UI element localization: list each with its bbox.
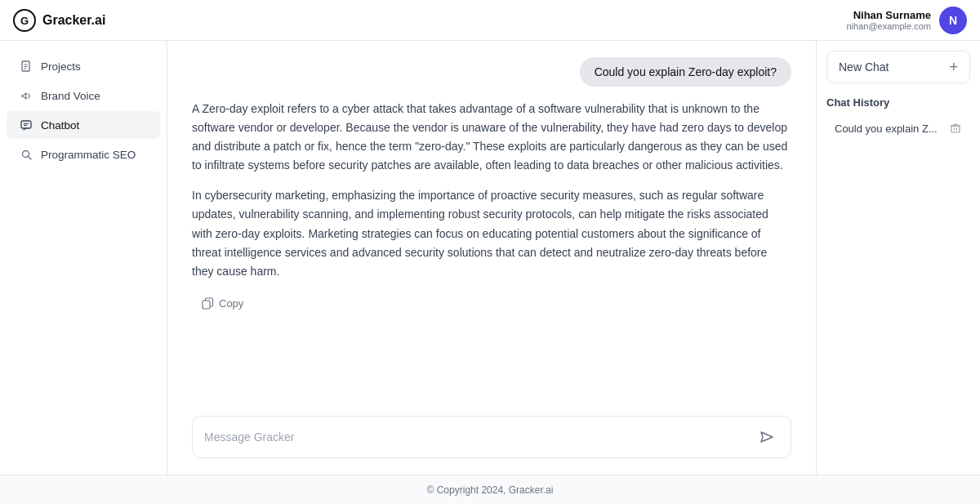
user-area: Nihan Surname nihan@example.com N	[847, 7, 968, 34]
logo-area: G Gracker.ai	[13, 9, 105, 32]
sidebar-label-brand-voice: Brand Voice	[41, 90, 100, 102]
file-icon	[20, 60, 33, 73]
sidebar-label-programmatic-seo: Programmatic SEO	[41, 149, 136, 161]
svg-rect-12	[951, 126, 960, 132]
app-header: G Gracker.ai Nihan Surname nihan@example…	[0, 0, 980, 41]
chat-input-area	[167, 406, 816, 475]
chat-messages: Could you explain Zero-day exploit? A Ze…	[167, 41, 816, 406]
sidebar-item-brand-voice[interactable]: Brand Voice	[7, 82, 160, 109]
user-email: nihan@example.com	[847, 21, 932, 31]
user-info: Nihan Surname nihan@example.com	[847, 9, 932, 31]
footer-copyright: © Copyright 2024, Gracker.ai	[427, 484, 554, 496]
avatar[interactable]: N	[939, 7, 967, 34]
sidebar-item-programmatic-seo[interactable]: Programmatic SEO	[7, 140, 160, 168]
send-button[interactable]	[755, 425, 779, 449]
user-message-bubble: Could you explain Zero-day exploit?	[580, 57, 791, 87]
svg-point-9	[22, 150, 29, 157]
user-name: Nihan Surname	[847, 9, 932, 21]
copy-button[interactable]: Copy	[192, 292, 253, 314]
logo-text: Gracker.ai	[42, 13, 105, 28]
delete-icon[interactable]	[949, 122, 962, 135]
svg-rect-11	[203, 301, 210, 309]
assistant-message: A Zero-day exploit refers to a cyber att…	[192, 100, 791, 314]
copy-label: Copy	[219, 297, 243, 310]
new-chat-label: New Chat	[839, 60, 889, 74]
sidebar-label-chatbot: Chatbot	[41, 119, 79, 132]
right-panel: New Chat + Chat History Could you explai…	[817, 41, 980, 475]
sidebar-label-projects: Projects	[41, 60, 81, 73]
sidebar: Projects Brand Voice Chatbot	[0, 41, 167, 475]
chat-input[interactable]	[204, 430, 755, 444]
chat-history-text: Could you explain Z...	[835, 123, 949, 135]
chat-area: Could you explain Zero-day exploit? A Ze…	[167, 41, 817, 475]
footer: © Copyright 2024, Gracker.ai	[0, 475, 980, 504]
send-icon	[760, 430, 774, 444]
assistant-response-p1: A Zero-day exploit refers to a cyber att…	[192, 100, 791, 175]
chat-input-wrapper	[192, 416, 791, 458]
seo-icon	[20, 148, 33, 161]
assistant-response-p2: In cybersecurity marketing, emphasizing …	[192, 186, 791, 280]
user-message-row: Could you explain Zero-day exploit?	[192, 57, 791, 87]
main-content: Projects Brand Voice Chatbot	[0, 41, 980, 475]
chat-icon	[20, 118, 33, 132]
plus-icon: +	[949, 60, 958, 74]
gracker-logo-icon: G	[13, 9, 36, 32]
svg-rect-6	[21, 121, 31, 128]
chat-history-item[interactable]: Could you explain Z...	[826, 115, 970, 141]
sidebar-item-projects[interactable]: Projects	[7, 52, 160, 80]
chat-history-section: Chat History Could you explain Z...	[826, 96, 970, 141]
megaphone-icon	[20, 89, 33, 102]
copy-icon	[202, 297, 214, 310]
new-chat-button[interactable]: New Chat +	[826, 51, 970, 83]
sidebar-item-chatbot[interactable]: Chatbot	[7, 111, 160, 139]
chat-history-label: Chat History	[826, 96, 970, 109]
svg-text:G: G	[20, 15, 29, 27]
